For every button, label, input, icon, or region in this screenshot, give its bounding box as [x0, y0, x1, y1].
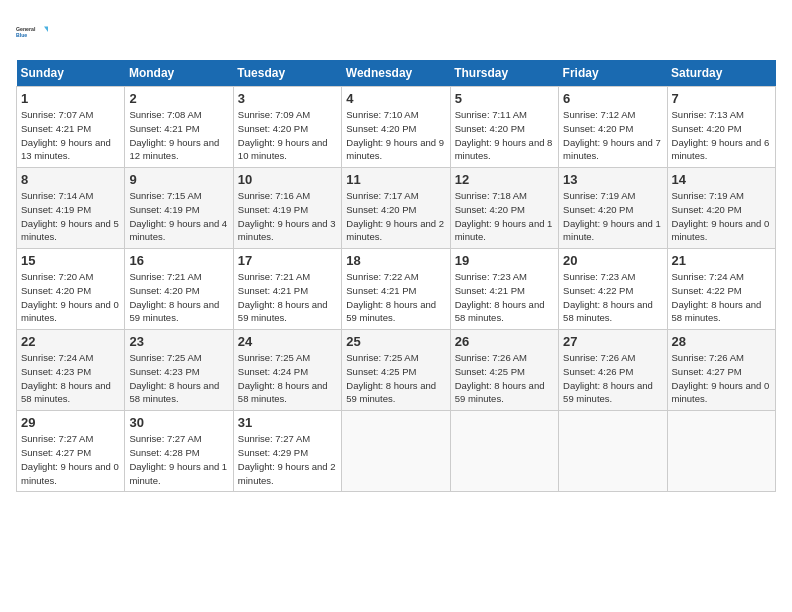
day-cell-8: 8Sunrise: 7:14 AMSunset: 4:19 PMDaylight…: [17, 168, 125, 249]
day-cell-23: 23Sunrise: 7:25 AMSunset: 4:23 PMDayligh…: [125, 330, 233, 411]
day-cell-5: 5Sunrise: 7:11 AMSunset: 4:20 PMDaylight…: [450, 87, 558, 168]
day-cell-15: 15Sunrise: 7:20 AMSunset: 4:20 PMDayligh…: [17, 249, 125, 330]
day-cell-16: 16Sunrise: 7:21 AMSunset: 4:20 PMDayligh…: [125, 249, 233, 330]
day-cell-empty: [342, 411, 450, 492]
logo-icon: General Blue: [16, 16, 48, 48]
svg-text:General: General: [16, 26, 36, 32]
calendar-table: SundayMondayTuesdayWednesdayThursdayFrid…: [16, 60, 776, 492]
day-cell-26: 26Sunrise: 7:26 AMSunset: 4:25 PMDayligh…: [450, 330, 558, 411]
column-header-tuesday: Tuesday: [233, 60, 341, 87]
day-cell-3: 3Sunrise: 7:09 AMSunset: 4:20 PMDaylight…: [233, 87, 341, 168]
day-cell-empty: [450, 411, 558, 492]
calendar-week-3: 22Sunrise: 7:24 AMSunset: 4:23 PMDayligh…: [17, 330, 776, 411]
day-cell-11: 11Sunrise: 7:17 AMSunset: 4:20 PMDayligh…: [342, 168, 450, 249]
day-cell-empty: [559, 411, 667, 492]
day-cell-27: 27Sunrise: 7:26 AMSunset: 4:26 PMDayligh…: [559, 330, 667, 411]
calendar-header-row: SundayMondayTuesdayWednesdayThursdayFrid…: [17, 60, 776, 87]
column-header-saturday: Saturday: [667, 60, 775, 87]
day-cell-31: 31Sunrise: 7:27 AMSunset: 4:29 PMDayligh…: [233, 411, 341, 492]
column-header-wednesday: Wednesday: [342, 60, 450, 87]
day-cell-2: 2Sunrise: 7:08 AMSunset: 4:21 PMDaylight…: [125, 87, 233, 168]
day-cell-9: 9Sunrise: 7:15 AMSunset: 4:19 PMDaylight…: [125, 168, 233, 249]
day-cell-18: 18Sunrise: 7:22 AMSunset: 4:21 PMDayligh…: [342, 249, 450, 330]
day-cell-30: 30Sunrise: 7:27 AMSunset: 4:28 PMDayligh…: [125, 411, 233, 492]
day-cell-24: 24Sunrise: 7:25 AMSunset: 4:24 PMDayligh…: [233, 330, 341, 411]
day-cell-29: 29Sunrise: 7:27 AMSunset: 4:27 PMDayligh…: [17, 411, 125, 492]
day-cell-19: 19Sunrise: 7:23 AMSunset: 4:21 PMDayligh…: [450, 249, 558, 330]
svg-text:Blue: Blue: [16, 32, 27, 38]
day-cell-4: 4Sunrise: 7:10 AMSunset: 4:20 PMDaylight…: [342, 87, 450, 168]
calendar-week-4: 29Sunrise: 7:27 AMSunset: 4:27 PMDayligh…: [17, 411, 776, 492]
day-cell-7: 7Sunrise: 7:13 AMSunset: 4:20 PMDaylight…: [667, 87, 775, 168]
column-header-thursday: Thursday: [450, 60, 558, 87]
day-cell-20: 20Sunrise: 7:23 AMSunset: 4:22 PMDayligh…: [559, 249, 667, 330]
column-header-sunday: Sunday: [17, 60, 125, 87]
day-cell-21: 21Sunrise: 7:24 AMSunset: 4:22 PMDayligh…: [667, 249, 775, 330]
day-cell-13: 13Sunrise: 7:19 AMSunset: 4:20 PMDayligh…: [559, 168, 667, 249]
day-cell-empty: [667, 411, 775, 492]
day-cell-12: 12Sunrise: 7:18 AMSunset: 4:20 PMDayligh…: [450, 168, 558, 249]
day-cell-14: 14Sunrise: 7:19 AMSunset: 4:20 PMDayligh…: [667, 168, 775, 249]
day-cell-10: 10Sunrise: 7:16 AMSunset: 4:19 PMDayligh…: [233, 168, 341, 249]
calendar-week-1: 8Sunrise: 7:14 AMSunset: 4:19 PMDaylight…: [17, 168, 776, 249]
column-header-friday: Friday: [559, 60, 667, 87]
logo: General Blue: [16, 16, 48, 48]
day-cell-6: 6Sunrise: 7:12 AMSunset: 4:20 PMDaylight…: [559, 87, 667, 168]
column-header-monday: Monday: [125, 60, 233, 87]
calendar-week-2: 15Sunrise: 7:20 AMSunset: 4:20 PMDayligh…: [17, 249, 776, 330]
day-cell-22: 22Sunrise: 7:24 AMSunset: 4:23 PMDayligh…: [17, 330, 125, 411]
calendar-week-0: 1Sunrise: 7:07 AMSunset: 4:21 PMDaylight…: [17, 87, 776, 168]
day-cell-28: 28Sunrise: 7:26 AMSunset: 4:27 PMDayligh…: [667, 330, 775, 411]
day-cell-17: 17Sunrise: 7:21 AMSunset: 4:21 PMDayligh…: [233, 249, 341, 330]
svg-marker-2: [44, 26, 48, 32]
day-cell-1: 1Sunrise: 7:07 AMSunset: 4:21 PMDaylight…: [17, 87, 125, 168]
page-header: General Blue: [16, 16, 776, 48]
day-cell-25: 25Sunrise: 7:25 AMSunset: 4:25 PMDayligh…: [342, 330, 450, 411]
